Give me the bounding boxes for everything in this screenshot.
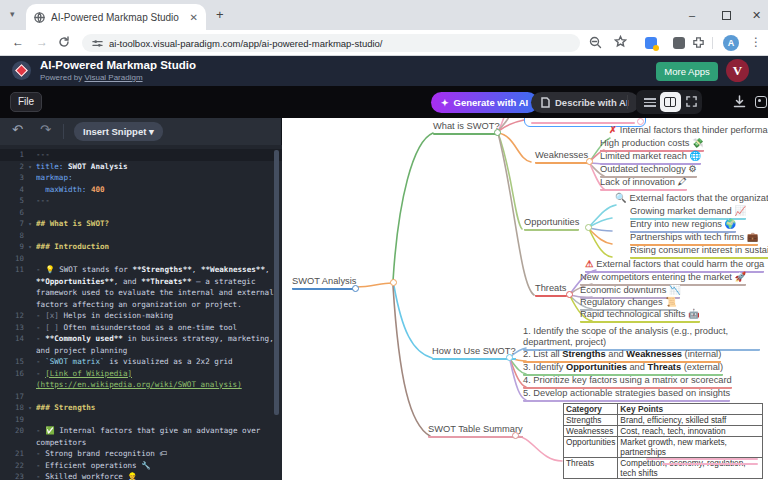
editor-line: 22- Efficient operations 🔧 — [0, 460, 282, 472]
map-node-threats[interactable]: Threats — [535, 283, 567, 297]
editor-line: 14- **Commonly used** in business strate… — [0, 333, 282, 345]
editor-line: 8 — [0, 230, 282, 242]
map-node-how-to-use-swot[interactable]: How to Use SWOT? — [432, 346, 516, 360]
url-field[interactable]: ai-toolbox.visual-paradigm.com/app/ai-po… — [82, 34, 580, 52]
editor-line: 3markmap: — [0, 172, 282, 184]
table-header-cell: Key Points — [618, 404, 763, 415]
editor-line: 20- ✅ Internal factors that give an adva… — [0, 425, 282, 437]
browser-tab[interactable]: AI-Powered Markmap Studio ✕ — [26, 4, 206, 30]
map-node-root[interactable]: SWOT Analysis — [292, 276, 356, 290]
map-node-growing-market-demand[interactable]: Growing market demand 📈 — [630, 206, 746, 220]
window-close-button[interactable]: ✕ — [752, 9, 761, 22]
map-node-howto-step3[interactable]: 3. Identify Opportunities and Threats (e… — [523, 362, 723, 376]
visual-paradigm-link[interactable]: Visual Paradigm — [84, 73, 142, 82]
visual-paradigm-badge[interactable]: V — [726, 59, 749, 82]
extension-chat-icon[interactable] — [673, 37, 685, 49]
browser-address-bar: ← → ai-toolbox.visual-paradigm.com/app/a… — [0, 30, 768, 56]
code-editor[interactable]: 1---2▾title: SWOT Analysis3markmap:4 max… — [0, 145, 282, 480]
node-circle-what[interactable] — [494, 129, 501, 136]
insert-snippet-button[interactable]: Insert Snippet ▾ — [74, 122, 163, 141]
download-icon[interactable] — [733, 95, 746, 108]
fullscreen-icon[interactable] — [686, 96, 697, 107]
reload-button[interactable] — [58, 36, 70, 48]
node-circle-secure[interactable] — [637, 118, 644, 125]
editor-line: 7▾## What is SWOT? — [0, 218, 282, 230]
map-node-swot-table-summary[interactable]: SWOT Table Summary — [428, 424, 523, 438]
redo-button[interactable]: ↷ — [40, 122, 51, 137]
table-cell: Market growth, new markets, partnerships — [618, 437, 763, 458]
map-node-opportunities-desc[interactable]: 🔍External factors that the organizatio — [615, 193, 768, 205]
node-circle-root[interactable] — [352, 285, 359, 292]
browser-tab-bar: ▾ AI-Powered Markmap Studio ✕ + – ✕ — [0, 0, 768, 30]
extension-icon[interactable] — [645, 37, 657, 49]
new-tab-button[interactable]: + — [216, 7, 224, 22]
table-cell: Brand, efficiency, skilled staff — [618, 415, 763, 426]
site-settings-icon[interactable] — [92, 38, 103, 49]
editor-only-view-icon[interactable] — [644, 96, 656, 109]
map-node-entry-new-regions[interactable]: Entry into new regions 🌍 — [630, 219, 736, 233]
table-header-cell: Category — [564, 404, 618, 415]
mindmap-canvas[interactable]: Secure supply chain 🔗 SWOT Analysis What… — [282, 118, 768, 480]
map-node-partnerships-tech-firms[interactable]: Partnerships with tech firms 💼 — [630, 232, 758, 246]
zoom-icon[interactable] — [589, 36, 602, 49]
back-button[interactable]: ← — [12, 35, 24, 49]
table-row: StrengthsBrand, efficiency, skilled staf… — [564, 415, 763, 426]
editor-line: and project planning — [0, 345, 282, 357]
editor-line: 9▾### Introduction — [0, 241, 282, 253]
more-apps-button[interactable]: More Apps — [656, 62, 718, 81]
browser-menu-icon[interactable]: ⋮ — [750, 35, 762, 49]
editor-line: 5--- — [0, 195, 282, 207]
map-node-high-production-costs[interactable]: High production costs 💸 — [600, 138, 704, 152]
tab-search-chevron-icon[interactable]: ▾ — [10, 9, 15, 19]
editor-line: framework used to evaluate the internal … — [0, 287, 282, 299]
editor-line: competitors — [0, 437, 282, 449]
map-node-weaknesses-desc[interactable]: ✗Internal factors that hinder performa — [609, 125, 768, 137]
editor-line: 21- Strong brand recognition 🏷 — [0, 448, 282, 460]
cutoff-node-remnant — [662, 463, 758, 465]
map-node-outdated-technology[interactable]: Outdated technology ⚙ — [600, 164, 697, 178]
window-minimize-button[interactable]: – — [689, 9, 695, 21]
editor-line: factors affecting an organization or pro… — [0, 299, 282, 311]
split-view-icon[interactable] — [660, 92, 681, 112]
forward-button[interactable]: → — [36, 35, 48, 49]
map-node-howto-step5[interactable]: 5. Develop actionable strategies based o… — [523, 388, 730, 402]
table-row: ThreatsCompetition, economy, regulation,… — [564, 458, 763, 479]
editor-line: 15- `SWOT matrix` is visualized as a 2x2… — [0, 356, 282, 368]
node-circle-howto[interactable] — [506, 354, 513, 361]
editor-scrollbar[interactable] — [274, 150, 279, 415]
map-node-howto-step1[interactable]: 1. Identify the scope of the analysis (e… — [523, 326, 760, 351]
map-node-howto-step4[interactable]: 4. Prioritize key factors using a matrix… — [523, 375, 732, 389]
window-maximize-button[interactable] — [722, 11, 731, 20]
map-node-rising-consumer-interest[interactable]: Rising consumer interest in sustainabili — [630, 245, 768, 259]
cutoff-node-remnant — [646, 458, 758, 460]
editor-toolbar: ↶ ↷ Insert Snippet ▾ — [0, 118, 281, 145]
describe-with-ai-button[interactable]: Describe with AI — [531, 92, 639, 113]
generate-with-ai-button[interactable]: ✦Generate with AI — [431, 92, 538, 113]
map-node-limited-market-reach[interactable]: Limited market reach 🌐 — [600, 151, 701, 165]
map-node-threats-desc[interactable]: ⚠External factors that could harm the or… — [585, 259, 764, 273]
map-node-what-is-swot[interactable]: What is SWOT? — [433, 121, 500, 135]
node-circle-table-summary[interactable] — [512, 432, 519, 439]
divider — [63, 124, 64, 139]
map-node-opportunities[interactable]: Opportunities — [524, 217, 579, 231]
file-menu-button[interactable]: File — [10, 92, 42, 112]
node-circle-opportunities[interactable] — [585, 224, 592, 231]
node-circle-threats[interactable] — [566, 291, 573, 298]
profile-avatar[interactable]: A — [723, 35, 739, 51]
node-circle-junction[interactable] — [390, 279, 397, 286]
map-node-lack-of-innovation[interactable]: Lack of innovation 🖍 — [600, 177, 687, 191]
app-logo-icon — [12, 61, 31, 80]
magic-icon: ✦ — [441, 98, 449, 108]
bookmark-star-icon[interactable] — [614, 35, 627, 48]
map-node-howto-step2[interactable]: 2. List all Strengths and Weaknesses (in… — [523, 349, 721, 363]
node-circle-weaknesses[interactable] — [586, 158, 593, 165]
map-node-new-competitors[interactable]: New competitors entering the market 🚀 — [580, 272, 746, 286]
map-node-rapid-tech-shifts[interactable]: Rapid technological shifts 🤖 — [580, 309, 700, 323]
editor-line: 4 maxWidth: 400 — [0, 184, 282, 196]
map-node-weaknesses[interactable]: Weaknesses — [535, 150, 588, 164]
tab-close-icon[interactable]: ✕ — [190, 12, 198, 23]
export-image-icon[interactable] — [755, 96, 767, 108]
extensions-puzzle-icon[interactable] — [692, 36, 705, 49]
divider — [712, 37, 713, 49]
undo-button[interactable]: ↶ — [12, 122, 23, 137]
